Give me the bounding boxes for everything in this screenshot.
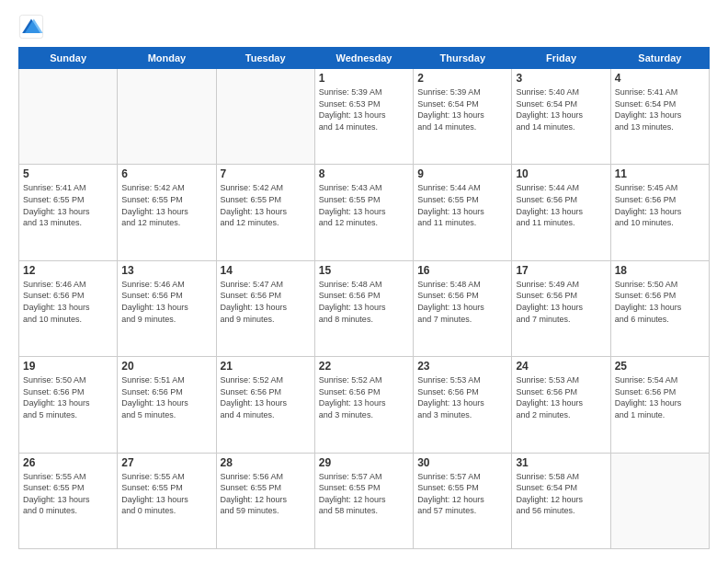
day-info: Sunrise: 5:56 AM Sunset: 6:55 PM Dayligh… xyxy=(221,471,311,517)
day-number: 23 xyxy=(417,360,507,373)
calendar-cell: 31Sunrise: 5:58 AM Sunset: 6:54 PM Dayli… xyxy=(512,453,610,548)
calendar-cell: 7Sunrise: 5:42 AM Sunset: 6:55 PM Daylig… xyxy=(216,165,314,260)
calendar-cell: 4Sunrise: 5:41 AM Sunset: 6:54 PM Daylig… xyxy=(610,69,709,165)
calendar-cell: 5Sunrise: 5:41 AM Sunset: 6:55 PM Daylig… xyxy=(19,165,118,260)
weekday-header-row: SundayMondayTuesdayWednesdayThursdayFrid… xyxy=(19,48,710,69)
day-number: 29 xyxy=(319,456,409,469)
calendar-cell: 30Sunrise: 5:57 AM Sunset: 6:55 PM Dayli… xyxy=(414,453,512,548)
day-number: 22 xyxy=(319,360,409,373)
logo-icon xyxy=(18,14,44,40)
day-info: Sunrise: 5:53 AM Sunset: 6:56 PM Dayligh… xyxy=(516,374,606,420)
calendar-cell: 17Sunrise: 5:49 AM Sunset: 6:56 PM Dayli… xyxy=(512,260,610,356)
day-number: 31 xyxy=(516,456,606,469)
day-info: Sunrise: 5:42 AM Sunset: 6:55 PM Dayligh… xyxy=(221,182,311,228)
week-row-4: 19Sunrise: 5:50 AM Sunset: 6:56 PM Dayli… xyxy=(19,357,710,453)
calendar-cell: 18Sunrise: 5:50 AM Sunset: 6:56 PM Dayli… xyxy=(610,260,709,356)
calendar-cell: 25Sunrise: 5:54 AM Sunset: 6:56 PM Dayli… xyxy=(610,357,709,453)
day-info: Sunrise: 5:48 AM Sunset: 6:56 PM Dayligh… xyxy=(319,279,409,325)
logo xyxy=(18,14,48,40)
day-number: 27 xyxy=(121,456,211,469)
day-info: Sunrise: 5:44 AM Sunset: 6:55 PM Dayligh… xyxy=(417,182,507,228)
day-info: Sunrise: 5:57 AM Sunset: 6:55 PM Dayligh… xyxy=(319,471,409,517)
day-info: Sunrise: 5:51 AM Sunset: 6:56 PM Dayligh… xyxy=(121,374,211,420)
calendar-cell: 23Sunrise: 5:53 AM Sunset: 6:56 PM Dayli… xyxy=(414,357,512,453)
day-number: 9 xyxy=(417,167,507,180)
day-info: Sunrise: 5:41 AM Sunset: 6:54 PM Dayligh… xyxy=(615,86,705,132)
calendar-cell: 6Sunrise: 5:42 AM Sunset: 6:55 PM Daylig… xyxy=(118,165,216,260)
day-number: 18 xyxy=(615,264,705,277)
calendar-cell: 14Sunrise: 5:47 AM Sunset: 6:56 PM Dayli… xyxy=(216,260,314,356)
day-number: 5 xyxy=(23,167,113,180)
day-number: 8 xyxy=(319,167,409,180)
day-number: 17 xyxy=(516,264,606,277)
calendar-cell: 24Sunrise: 5:53 AM Sunset: 6:56 PM Dayli… xyxy=(512,357,610,453)
day-info: Sunrise: 5:58 AM Sunset: 6:54 PM Dayligh… xyxy=(516,471,606,517)
day-number: 2 xyxy=(417,72,507,85)
day-info: Sunrise: 5:44 AM Sunset: 6:56 PM Dayligh… xyxy=(516,182,606,228)
week-row-1: 1Sunrise: 5:39 AM Sunset: 6:53 PM Daylig… xyxy=(19,69,710,165)
day-number: 21 xyxy=(221,360,311,373)
day-info: Sunrise: 5:57 AM Sunset: 6:55 PM Dayligh… xyxy=(417,471,507,517)
week-row-5: 26Sunrise: 5:55 AM Sunset: 6:55 PM Dayli… xyxy=(19,453,710,548)
day-info: Sunrise: 5:39 AM Sunset: 6:54 PM Dayligh… xyxy=(417,86,507,132)
day-number: 13 xyxy=(121,264,211,277)
calendar-cell: 27Sunrise: 5:55 AM Sunset: 6:55 PM Dayli… xyxy=(118,453,216,548)
day-number: 16 xyxy=(417,264,507,277)
weekday-header-wednesday: Wednesday xyxy=(314,48,413,69)
day-info: Sunrise: 5:55 AM Sunset: 6:55 PM Dayligh… xyxy=(121,471,211,517)
day-number: 7 xyxy=(221,167,311,180)
calendar-cell: 3Sunrise: 5:40 AM Sunset: 6:54 PM Daylig… xyxy=(512,69,610,165)
header xyxy=(18,14,710,40)
day-info: Sunrise: 5:45 AM Sunset: 6:56 PM Dayligh… xyxy=(615,182,705,228)
calendar-cell: 9Sunrise: 5:44 AM Sunset: 6:55 PM Daylig… xyxy=(414,165,512,260)
calendar-table: SundayMondayTuesdayWednesdayThursdayFrid… xyxy=(18,47,710,549)
weekday-header-tuesday: Tuesday xyxy=(216,48,314,69)
weekday-header-sunday: Sunday xyxy=(19,48,118,69)
day-info: Sunrise: 5:54 AM Sunset: 6:56 PM Dayligh… xyxy=(615,374,705,420)
calendar-cell xyxy=(216,69,314,165)
day-info: Sunrise: 5:50 AM Sunset: 6:56 PM Dayligh… xyxy=(23,374,113,420)
day-info: Sunrise: 5:46 AM Sunset: 6:56 PM Dayligh… xyxy=(23,279,113,325)
day-info: Sunrise: 5:43 AM Sunset: 6:55 PM Dayligh… xyxy=(319,182,409,228)
day-number: 10 xyxy=(516,167,606,180)
calendar-cell: 21Sunrise: 5:52 AM Sunset: 6:56 PM Dayli… xyxy=(216,357,314,453)
day-info: Sunrise: 5:47 AM Sunset: 6:56 PM Dayligh… xyxy=(221,279,311,325)
day-info: Sunrise: 5:52 AM Sunset: 6:56 PM Dayligh… xyxy=(221,374,311,420)
day-info: Sunrise: 5:50 AM Sunset: 6:56 PM Dayligh… xyxy=(615,279,705,325)
calendar-cell xyxy=(118,69,216,165)
day-number: 24 xyxy=(516,360,606,373)
day-number: 11 xyxy=(615,167,705,180)
week-row-2: 5Sunrise: 5:41 AM Sunset: 6:55 PM Daylig… xyxy=(19,165,710,260)
calendar-cell xyxy=(610,453,709,548)
day-number: 15 xyxy=(319,264,409,277)
day-number: 19 xyxy=(23,360,113,373)
day-number: 1 xyxy=(319,72,409,85)
day-info: Sunrise: 5:48 AM Sunset: 6:56 PM Dayligh… xyxy=(417,279,507,325)
day-number: 3 xyxy=(516,72,606,85)
calendar-cell: 12Sunrise: 5:46 AM Sunset: 6:56 PM Dayli… xyxy=(19,260,118,356)
day-info: Sunrise: 5:49 AM Sunset: 6:56 PM Dayligh… xyxy=(516,279,606,325)
weekday-header-friday: Friday xyxy=(512,48,610,69)
day-info: Sunrise: 5:55 AM Sunset: 6:55 PM Dayligh… xyxy=(23,471,113,517)
day-number: 25 xyxy=(615,360,705,373)
day-number: 4 xyxy=(615,72,705,85)
page: SundayMondayTuesdayWednesdayThursdayFrid… xyxy=(0,0,728,563)
calendar-cell: 19Sunrise: 5:50 AM Sunset: 6:56 PM Dayli… xyxy=(19,357,118,453)
day-info: Sunrise: 5:40 AM Sunset: 6:54 PM Dayligh… xyxy=(516,86,606,132)
day-number: 26 xyxy=(23,456,113,469)
day-info: Sunrise: 5:52 AM Sunset: 6:56 PM Dayligh… xyxy=(319,374,409,420)
day-info: Sunrise: 5:53 AM Sunset: 6:56 PM Dayligh… xyxy=(417,374,507,420)
calendar-cell: 1Sunrise: 5:39 AM Sunset: 6:53 PM Daylig… xyxy=(314,69,413,165)
calendar-cell: 20Sunrise: 5:51 AM Sunset: 6:56 PM Dayli… xyxy=(118,357,216,453)
calendar-cell: 29Sunrise: 5:57 AM Sunset: 6:55 PM Dayli… xyxy=(314,453,413,548)
calendar-cell: 2Sunrise: 5:39 AM Sunset: 6:54 PM Daylig… xyxy=(414,69,512,165)
day-number: 28 xyxy=(221,456,311,469)
calendar-cell: 8Sunrise: 5:43 AM Sunset: 6:55 PM Daylig… xyxy=(314,165,413,260)
day-number: 30 xyxy=(417,456,507,469)
day-number: 20 xyxy=(121,360,211,373)
day-number: 12 xyxy=(23,264,113,277)
day-number: 6 xyxy=(121,167,211,180)
calendar-cell: 26Sunrise: 5:55 AM Sunset: 6:55 PM Dayli… xyxy=(19,453,118,548)
weekday-header-thursday: Thursday xyxy=(414,48,512,69)
week-row-3: 12Sunrise: 5:46 AM Sunset: 6:56 PM Dayli… xyxy=(19,260,710,356)
